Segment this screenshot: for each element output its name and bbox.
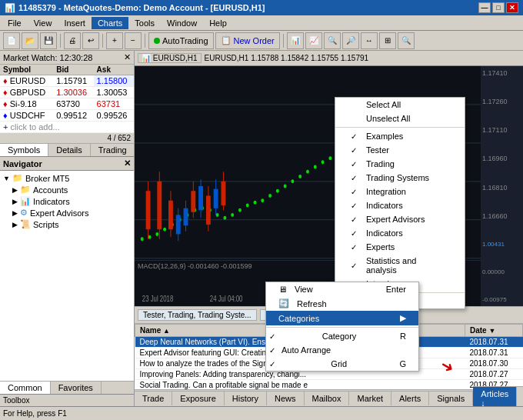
new-btn[interactable]: 📄 — [3, 32, 20, 49]
submenu-auto-arrange[interactable]: Auto Arrange — [266, 343, 418, 357]
close-btn[interactable]: ✕ — [506, 2, 518, 13]
open-btn[interactable]: 📂 — [22, 32, 38, 49]
svg-point-16 — [223, 216, 226, 220]
table-row[interactable]: ♦ Si-9.18 63730 63731 — [0, 98, 134, 110]
table-row[interactable]: ♦ USDCHF 0.99512 0.99526 — [0, 110, 134, 122]
tab-alerts[interactable]: Alerts — [391, 391, 429, 405]
zoom-out-btn[interactable]: − — [125, 32, 142, 49]
zoom2-btn[interactable]: 🔎 — [342, 32, 359, 49]
search-btn[interactable]: 🔍 — [398, 32, 415, 49]
table-row[interactable]: ♦ EURUSD 1.15791 1.15800 — [0, 75, 134, 87]
menu-view[interactable]: View — [28, 17, 58, 29]
market-watch-tabs: Symbols Details Trading — [0, 143, 134, 156]
menu-charts[interactable]: Charts — [92, 17, 128, 29]
menu-help[interactable]: Help — [203, 17, 233, 29]
undo-btn[interactable]: ↩ — [82, 32, 99, 49]
ctx-indicators[interactable]: ✓ Indicators — [335, 198, 465, 212]
nav-broker[interactable]: ▼ 📁 Broker MT5 — [2, 172, 132, 184]
period-btn[interactable]: ⊞ — [379, 32, 396, 49]
filter-tag1[interactable]: Tester, Trading, Trading Syste... — [138, 309, 257, 321]
ctx-unselect-all-label: Unselect All — [366, 114, 410, 123]
navigator-close[interactable]: ✕ — [124, 158, 131, 168]
svg-point-26 — [298, 175, 301, 178]
ctx-indicators2-label: Indicators — [366, 228, 403, 238]
submenu-categories-arrow: ▶ — [400, 313, 406, 323]
nav-indicators[interactable]: ▶ 📊 Indicators — [2, 195, 132, 207]
menu-window[interactable]: Window — [161, 17, 203, 29]
ctx-experts[interactable]: ✓ Experts — [335, 240, 465, 254]
menu-file[interactable]: File — [2, 17, 28, 29]
zoom1-btn[interactable]: 🔍 — [324, 32, 341, 49]
print-btn[interactable]: 🖨 — [64, 32, 81, 49]
nav-accounts[interactable]: ▶ 📁 Accounts — [2, 184, 132, 195]
navigator-title: Navigator — [3, 159, 42, 168]
submenu-categories[interactable]: Categories ▶ — [266, 311, 418, 325]
add-symbol[interactable]: + click to add... — [0, 122, 134, 133]
ctx-examples[interactable]: ✓ Examples — [335, 129, 465, 143]
tab-articles[interactable]: Articles ↓ — [473, 386, 517, 406]
tab-trading[interactable]: Trading — [91, 144, 135, 156]
svg-point-15 — [216, 213, 219, 217]
check-expert-advisors: ✓ — [351, 215, 361, 224]
title-bar-left: 📊 11485379 - MetaQuotes-Demo: Demo Accou… — [5, 3, 265, 13]
tab-common[interactable]: Common — [0, 382, 51, 394]
submenu-grid[interactable]: Grid G — [266, 357, 418, 371]
sep1 — [60, 34, 61, 48]
ctx-select-all[interactable]: Select All — [335, 98, 465, 112]
tab-details[interactable]: Details — [48, 144, 91, 156]
tab-trade[interactable]: Trade — [135, 391, 172, 405]
maximize-btn[interactable]: □ — [492, 2, 505, 13]
tab-symbols[interactable]: Symbols — [0, 144, 48, 156]
market-watch-table: Symbol Bid Ask ♦ EURUSD 1.15791 1.15800 … — [0, 65, 134, 133]
check-integration: ✓ — [351, 188, 361, 196]
indicators-icon: 📊 — [20, 196, 31, 206]
ctx-expert-advisors[interactable]: ✓ Expert Advisors — [335, 212, 465, 226]
navigator-tree: ▼ 📁 Broker MT5 ▶ 📁 Accounts ▶ 📊 Indicato… — [0, 171, 134, 381]
submenu-category[interactable]: Category R — [266, 329, 418, 343]
check-examples: ✓ — [351, 132, 361, 141]
nav-scripts[interactable]: ▶ 📜 Scripts — [2, 218, 132, 230]
ask-usdchf: 0.99526 — [94, 110, 134, 122]
tab-market[interactable]: Market — [349, 391, 391, 405]
market-watch-close[interactable]: ✕ — [124, 52, 131, 62]
accounts-folder-icon: 📁 — [20, 185, 31, 195]
tab-codebase[interactable]: Code Base — [517, 386, 523, 406]
svg-point-29 — [321, 160, 325, 164]
ctx-indicators2[interactable]: ✓ Indicators — [335, 226, 465, 240]
save-btn[interactable]: 💾 — [40, 32, 57, 49]
ctx-select-all-label: Select All — [366, 100, 401, 109]
ctx-trading-systems[interactable]: ✓ Trading Systems — [335, 171, 465, 185]
minimize-btn[interactable]: — — [478, 2, 491, 13]
ctx-tester[interactable]: ✓ Tester — [335, 143, 465, 157]
submenu-refresh[interactable]: 🔄 Refresh — [266, 296, 418, 311]
broker-folder-icon: 📁 — [12, 173, 23, 183]
move-btn[interactable]: ↔ — [361, 32, 378, 49]
menu-insert[interactable]: Insert — [58, 17, 92, 29]
autotrading-btn[interactable]: AutoTrading — [148, 32, 214, 49]
table-row[interactable]: Social Trading. Can a profitable signal … — [135, 380, 523, 390]
ctx-unselect-all[interactable]: Unselect All — [335, 112, 465, 125]
price-4: 1.16960 — [482, 155, 521, 162]
tab-signals[interactable]: Signals — [429, 391, 473, 405]
tab-exposure[interactable]: Exposure — [172, 391, 224, 405]
tab-history[interactable]: History — [225, 391, 267, 405]
table-row[interactable]: + click to add... — [0, 122, 134, 133]
ctx-trading[interactable]: ✓ Trading — [335, 157, 465, 171]
submenu-view[interactable]: 🖥 View Enter — [266, 282, 418, 296]
tab-favorites[interactable]: Favorites — [51, 382, 102, 394]
experts-label: Expert Advisors — [30, 208, 88, 218]
zoom-in-btn[interactable]: + — [106, 32, 123, 49]
title-bar-controls[interactable]: — □ ✕ — [478, 2, 518, 13]
indicators-btn[interactable]: 📈 — [305, 32, 322, 49]
menu-tools[interactable]: Tools — [128, 17, 161, 29]
ctx-integration[interactable]: ✓ Integration — [335, 185, 465, 198]
nav-experts[interactable]: ▶ ⚙ Expert Advisors — [2, 207, 132, 218]
tab-news[interactable]: News — [267, 391, 305, 405]
submenu-refresh-label: Refresh — [292, 299, 331, 308]
tab-mailbox[interactable]: Mailbox — [305, 391, 350, 405]
neworder-btn[interactable]: 📋 New Order — [215, 32, 280, 49]
chart-type-btn[interactable]: 📊 — [287, 32, 304, 49]
ctx-stats[interactable]: ✓ Statistics and analysis — [335, 254, 465, 277]
table-row[interactable]: ♦ GBPUSD 1.30036 1.30053 — [0, 87, 134, 98]
ctx-indicators-label: Indicators — [366, 201, 403, 210]
